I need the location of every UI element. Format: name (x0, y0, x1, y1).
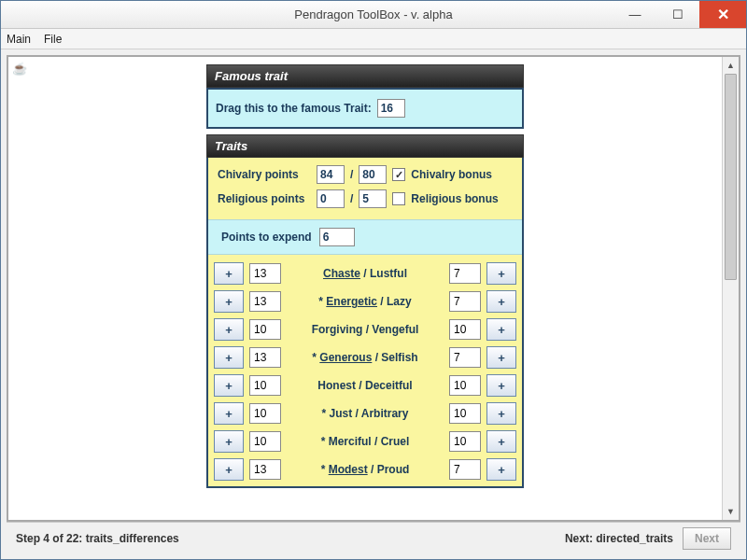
chivalry-points-label: Chivalry points (218, 168, 311, 181)
trait-row: +13* Modest / Proud7+ (214, 458, 516, 481)
traits-header: Traits (206, 134, 524, 158)
trait-row: +10* Merciful / Cruel10+ (214, 430, 516, 453)
menu-main[interactable]: Main (7, 33, 31, 46)
panels: Famous trait Drag this to the famous Tra… (206, 64, 524, 520)
footer: Step 4 of 22: traits_differences Next: d… (7, 522, 740, 553)
trait-names: Forgiving / Vengeful (287, 323, 444, 336)
increment-left-button[interactable]: + (214, 346, 244, 369)
increment-left-button[interactable]: + (214, 402, 244, 425)
points-to-expend-value[interactable]: 6 (319, 228, 355, 246)
increment-right-button[interactable]: + (486, 346, 516, 369)
trait-row: +13* Generous / Selfish7+ (214, 346, 516, 369)
increment-right-button[interactable]: + (486, 458, 516, 481)
titlebar: Pendragon ToolBox - v. alpha — ☐ ✕ (1, 1, 746, 29)
increment-right-button[interactable]: + (486, 402, 516, 425)
scroll-up-icon[interactable]: ▲ (723, 57, 739, 74)
increment-left-button[interactable]: + (214, 458, 244, 481)
menu-file[interactable]: File (44, 33, 62, 46)
trait-names: Honest / Deceitful (287, 379, 444, 392)
trait-names: * Merciful / Cruel (287, 435, 444, 448)
trait-names: * Generous / Selfish (287, 351, 444, 364)
slash: / (350, 168, 353, 181)
trait-names: * Modest / Proud (287, 463, 444, 476)
chivalry-row: Chivalry points 84 / 80 ✓ Chivalry bonus (218, 165, 513, 184)
trait-left-value[interactable]: 10 (249, 319, 281, 340)
trait-rows: +13Chaste / Lustful7++13* Energetic / La… (208, 255, 522, 481)
trait-row: +13Chaste / Lustful7+ (214, 262, 516, 285)
increment-right-button[interactable]: + (486, 262, 516, 285)
trait-row: +10Forgiving / Vengeful10+ (214, 318, 516, 341)
increment-right-button[interactable]: + (486, 318, 516, 341)
trait-left-value[interactable]: 10 (249, 403, 281, 424)
main-pane: ☕ Famous trait Drag this to the famous T… (7, 55, 740, 522)
trait-right-value[interactable]: 7 (449, 347, 481, 368)
scroll-thumb[interactable] (725, 74, 737, 280)
expend-area: Points to expend 6 (208, 219, 522, 255)
pane-inner: Famous trait Drag this to the famous Tra… (8, 57, 722, 520)
scroll-down-icon[interactable]: ▼ (723, 503, 739, 520)
slash: / (350, 192, 353, 205)
religious-bonus-checkbox[interactable] (392, 192, 405, 205)
trait-right-value[interactable]: 10 (449, 319, 481, 340)
trait-left-value[interactable]: 13 (249, 459, 281, 480)
menubar: Main File (1, 29, 746, 49)
trait-left-value[interactable]: 13 (249, 347, 281, 368)
trait-left-value[interactable]: 13 (249, 263, 281, 284)
trait-names: * Energetic / Lazy (287, 295, 444, 308)
chivalry-points-max: 80 (359, 165, 387, 184)
famous-trait-body: Drag this to the famous Trait: 16 (206, 88, 524, 129)
trait-right-value[interactable]: 7 (449, 291, 481, 312)
step-label: Step 4 of 22: traits_differences (16, 532, 179, 545)
religious-row: Religious points 0 / 5 Religious bonus (218, 189, 513, 208)
window-title: Pendragon ToolBox - v. alpha (1, 7, 746, 21)
trait-right-value[interactable]: 10 (449, 375, 481, 396)
content-area: ☕ Famous trait Drag this to the famous T… (1, 49, 746, 559)
next-step-label: Next: directed_traits (565, 532, 673, 545)
trait-right-value[interactable]: 10 (449, 431, 481, 452)
points-to-expend-label: Points to expend (221, 231, 312, 244)
bonus-area: Chivalry points 84 / 80 ✓ Chivalry bonus… (208, 158, 522, 219)
trait-names: * Just / Arbitrary (287, 407, 444, 420)
chivalry-points-value[interactable]: 84 (317, 165, 345, 184)
trait-right-value[interactable]: 7 (449, 263, 481, 284)
religious-points-label: Religious points (218, 192, 311, 205)
increment-left-button[interactable]: + (214, 318, 244, 341)
increment-left-button[interactable]: + (214, 290, 244, 313)
trait-left-value[interactable]: 10 (249, 431, 281, 452)
famous-trait-label: Drag this to the famous Trait: (216, 102, 372, 115)
trait-right-value[interactable]: 10 (449, 403, 481, 424)
increment-left-button[interactable]: + (214, 430, 244, 453)
scroll-track[interactable] (725, 74, 737, 503)
trait-left-value[interactable]: 10 (249, 375, 281, 396)
app-window: Pendragon ToolBox - v. alpha — ☐ ✕ Main … (0, 0, 747, 560)
increment-right-button[interactable]: + (486, 290, 516, 313)
religious-points-max: 5 (359, 189, 387, 208)
trait-left-value[interactable]: 13 (249, 291, 281, 312)
increment-left-button[interactable]: + (214, 262, 244, 285)
famous-trait-header: Famous trait (206, 64, 524, 88)
religious-bonus-label: Religious bonus (411, 192, 498, 205)
next-button[interactable]: Next (683, 527, 731, 550)
increment-left-button[interactable]: + (214, 374, 244, 397)
chivalry-bonus-label: Chivalry bonus (411, 168, 492, 181)
trait-row: +10* Just / Arbitrary10+ (214, 402, 516, 425)
vertical-scrollbar[interactable]: ▲ ▼ (722, 57, 739, 520)
trait-row: +10Honest / Deceitful10+ (214, 374, 516, 397)
traits-body: Chivalry points 84 / 80 ✓ Chivalry bonus… (206, 158, 524, 488)
trait-row: +13* Energetic / Lazy7+ (214, 290, 516, 313)
trait-right-value[interactable]: 7 (449, 459, 481, 480)
increment-right-button[interactable]: + (486, 374, 516, 397)
increment-right-button[interactable]: + (486, 430, 516, 453)
chivalry-bonus-checkbox[interactable]: ✓ (392, 168, 405, 181)
religious-points-value[interactable]: 0 (317, 189, 345, 208)
trait-names: Chaste / Lustful (287, 267, 444, 280)
famous-trait-value[interactable]: 16 (377, 99, 405, 118)
